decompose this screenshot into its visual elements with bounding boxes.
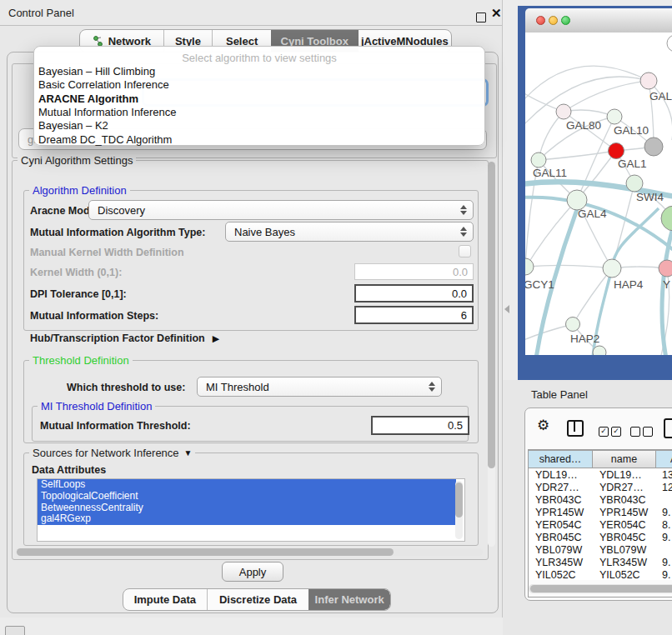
cell: YIL052C — [529, 569, 593, 580]
table-row[interactable]: YBR043CYBR043C — [529, 494, 672, 507]
sources-toggle[interactable]: Sources for Network Inference ▼ — [29, 447, 195, 459]
network-node-gal11[interactable] — [531, 152, 546, 168]
network-view[interactable]: GAL GAL80 GAL10 GAL1 GAL11 SWI4 GAL4 GCY… — [525, 32, 672, 355]
cell: YIL052C — [593, 569, 656, 580]
tab-discretize-data[interactable]: Discretize Data — [208, 589, 309, 610]
tab-infer-network[interactable]: Infer Network — [308, 589, 390, 610]
sources-title: Sources for Network Inference — [33, 447, 179, 459]
network-node-hap4[interactable] — [603, 259, 621, 278]
document-icon[interactable] — [664, 418, 672, 438]
network-node-gal10[interactable] — [607, 109, 622, 124]
aracne-mode-combobox[interactable]: Discovery — [88, 200, 474, 220]
cell: YLR345W — [593, 557, 656, 569]
minimized-panel-icon[interactable] — [5, 626, 25, 635]
cell: YBR043C — [529, 494, 593, 507]
manual-kernel-checkbox[interactable] — [459, 245, 471, 258]
cell: 9. — [656, 569, 672, 580]
settings-vertical-scrollbar[interactable] — [488, 162, 495, 547]
data-attributes-label: Data Attributes — [32, 464, 106, 476]
table-row[interactable]: YER054CYER054C8. — [529, 519, 672, 532]
tab-label: Impute Data — [134, 593, 196, 606]
kernel-width-field[interactable]: 0.0 — [354, 263, 474, 280]
hub-definition-toggle[interactable]: Hub/Transcription Factor Definition ▶ — [30, 332, 219, 344]
network-node-bottom[interactable] — [593, 346, 606, 355]
select-all-button[interactable]: ✓ ✓ — [599, 427, 621, 437]
algorithm-popup: Select algorithm to view settings Bayesi… — [33, 46, 485, 146]
cell: 9. — [656, 557, 672, 569]
network-node-swi4[interactable] — [626, 175, 643, 192]
table-row[interactable]: YLR345WYLR345W9. — [529, 557, 672, 569]
column-header-clipped[interactable]: A — [656, 450, 672, 468]
float-window-icon[interactable] — [476, 12, 486, 22]
cell: YDR27… — [529, 482, 593, 494]
expand-down-icon: ▼ — [184, 448, 193, 458]
network-node-gray[interactable] — [644, 138, 663, 156]
table-row[interactable]: YIL052CYIL052C9. — [529, 569, 672, 580]
network-node-gal-top[interactable] — [640, 72, 657, 89]
group-title: Algorithm Definition — [29, 184, 130, 197]
close-icon[interactable]: ✕ — [491, 6, 502, 21]
popup-item[interactable]: Mutual Information Inference — [38, 106, 176, 119]
table-row[interactable]: YBR045CYBR045C9. — [529, 532, 672, 544]
popup-item[interactable]: Bayesian – K2 — [38, 119, 108, 132]
panel-title: Control Panel — [8, 7, 74, 19]
data-attributes-list[interactable]: SelfLoops TopologicalCoefficient Between… — [37, 478, 465, 542]
which-threshold-combobox[interactable]: MI Threshold — [197, 377, 442, 397]
list-item-selected[interactable]: BetweennessCentrality — [38, 502, 456, 514]
table-row[interactable]: YPR145WYPR145W9. — [529, 507, 672, 519]
cell: YLR345W — [529, 557, 593, 569]
network-node-gcy1[interactable] — [525, 258, 534, 275]
cell: YDL19… — [593, 469, 656, 482]
table-row[interactable]: YDR27…YDR27…12 — [529, 482, 672, 494]
close-traffic-light-icon[interactable] — [536, 16, 545, 25]
kernel-width-label: Kernel Width (0,1): — [30, 267, 122, 278]
cell: YPR145W — [529, 507, 593, 519]
popup-item[interactable]: Basic Correlation Inference — [38, 78, 169, 92]
expand-right-icon: ▶ — [213, 333, 219, 344]
network-graph: GAL GAL80 GAL10 GAL1 GAL11 SWI4 GAL4 GCY… — [525, 32, 672, 355]
network-node-clipped[interactable] — [667, 35, 672, 52]
list-item-selected[interactable]: TopologicalCoefficient — [38, 491, 456, 502]
combobox-value: Naive Bayes — [234, 226, 295, 238]
node-label: GAL80 — [566, 119, 601, 132]
tab-impute-data[interactable]: Impute Data — [123, 589, 208, 610]
network-node-gal1[interactable] — [609, 143, 624, 159]
table-row[interactable]: YBL079WYBL079W — [529, 544, 672, 557]
popup-item[interactable]: Dream8 DC_TDC Algorithm — [38, 133, 172, 147]
network-node-pink[interactable] — [659, 260, 672, 277]
splitter-collapse-icon[interactable] — [504, 305, 509, 313]
cell: 8. — [656, 519, 672, 532]
list-item-selected[interactable]: gal4RGexp — [38, 513, 456, 525]
mi-threshold-field[interactable]: 0.5 — [371, 416, 469, 435]
control-panel-window: Control Panel ✕ Network Style Select — [0, 0, 503, 618]
mi-steps-label: Mutual Information Steps: — [30, 310, 158, 322]
apply-button[interactable]: Apply — [222, 562, 283, 582]
gear-icon[interactable]: ⚙ — [537, 417, 549, 434]
group-title: Threshold Definition — [29, 354, 133, 367]
cell: YDR27… — [593, 482, 656, 494]
list-vertical-scrollbar[interactable] — [455, 481, 463, 539]
column-header-shared[interactable]: shared… — [529, 450, 593, 468]
table-horizontal-scrollbar[interactable] — [529, 584, 672, 593]
node-label: GAL — [649, 90, 672, 102]
select-none-button[interactable] — [630, 427, 653, 437]
node-label: HAP2 — [570, 332, 599, 345]
table-row[interactable]: YDL19…YDL19…13 — [529, 469, 672, 482]
zoom-traffic-light-icon[interactable] — [561, 16, 570, 25]
minimize-traffic-light-icon[interactable] — [549, 16, 558, 25]
dpi-tolerance-field[interactable]: 0.0 — [354, 284, 474, 302]
network-node-big-green[interactable] — [661, 206, 672, 231]
cell: YDL19… — [529, 469, 593, 482]
list-item-selected[interactable]: SelfLoops — [38, 479, 456, 491]
columns-icon[interactable] — [567, 420, 584, 437]
cell: YBL079W — [529, 544, 593, 557]
settings-horizontal-scrollbar[interactable] — [15, 548, 483, 556]
network-node-hap2[interactable] — [566, 318, 580, 332]
column-header-name[interactable]: name — [593, 450, 656, 468]
mi-steps-field[interactable]: 6 — [354, 306, 474, 324]
popup-item[interactable]: Bayesian – Hill Climbing — [38, 65, 155, 78]
table-body[interactable]: YDL19…YDL19…13 YDR27…YDR27…12 YBR043CYBR… — [529, 469, 672, 580]
network-node-gal80[interactable] — [556, 104, 571, 119]
popup-item-selected[interactable]: ARACNE Algorithm — [38, 92, 138, 106]
mi-type-combobox[interactable]: Naive Bayes — [225, 222, 474, 242]
